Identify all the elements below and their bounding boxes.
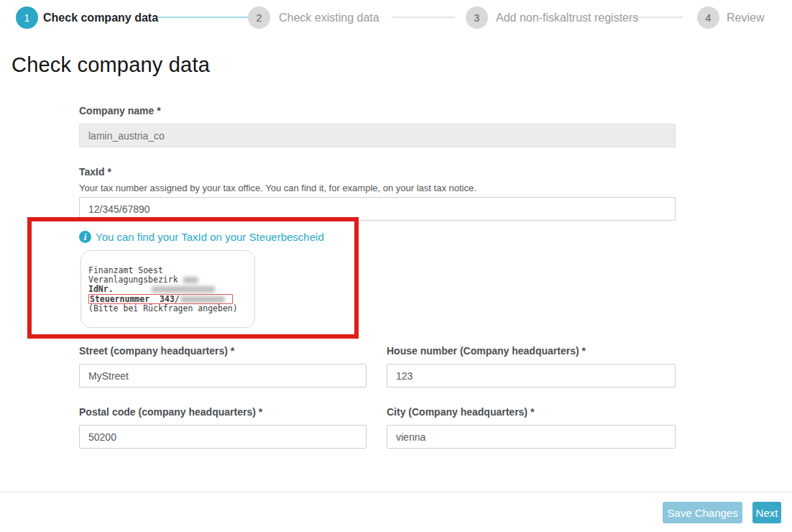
doc-line-veranlagungsbezirk: Veranlagungsbezirk [88,275,254,285]
house-number-label: House number (Company headquarters) * [387,345,586,357]
taxid-hint-row: i You can find your TaxId on your Steuer… [79,231,324,243]
steuernummer-highlight-box: Steuernummer 343/ [88,294,233,304]
step-4-indicator[interactable]: 4 [697,6,719,29]
blurred-value [152,286,215,293]
step-4-label[interactable]: Review [727,12,764,24]
taxid-input[interactable] [79,197,676,221]
step-1-label[interactable]: Check company data [43,12,158,24]
company-name-input[interactable] [79,124,676,147]
postal-code-label: Postal code (company headquarters) * [79,406,262,418]
doc-line-bitte: (Bitte bei Rückfragen angeben) [88,304,254,313]
step-connector-2 [392,17,455,18]
city-input[interactable] [387,425,676,449]
footer-divider [0,492,792,492]
step-connector-3 [635,17,683,18]
step-1-indicator[interactable]: 1 [16,6,38,29]
house-number-input[interactable] [387,364,676,387]
city-label: City (Company headquarters) * [387,406,534,418]
taxid-help-text: Your tax number assigned by your tax off… [79,183,476,193]
info-icon: i [79,231,91,243]
step-3-indicator[interactable]: 3 [466,6,488,29]
page-title: Check company data [11,53,210,77]
step-2-indicator[interactable]: 2 [248,6,270,29]
taxid-hint-text: You can find your TaxId on your Steuerbe… [96,231,324,243]
blurred-value [180,296,225,303]
step-2-label[interactable]: Check existing data [279,12,379,24]
street-input[interactable] [79,364,367,387]
step-connector-1 [157,17,249,18]
blurred-value [183,277,198,283]
street-label: Street (company headquarters) * [79,345,234,357]
step-3-label[interactable]: Add non-fiskaltrust registers [496,12,638,24]
company-name-label: Company name * [79,105,161,116]
next-button[interactable]: Next [752,502,781,523]
steuerbescheid-sample-image: Finanzamt Soest Veranlagungsbezirk IdNr.… [80,250,255,328]
postal-code-input[interactable] [79,425,367,449]
doc-line-steuernummer: Steuernummer 343/ [88,294,254,304]
taxid-label: TaxId * [79,166,111,178]
doc-line-idnr: IdNr. [88,285,254,294]
save-changes-button[interactable]: Save Changes [663,502,742,523]
